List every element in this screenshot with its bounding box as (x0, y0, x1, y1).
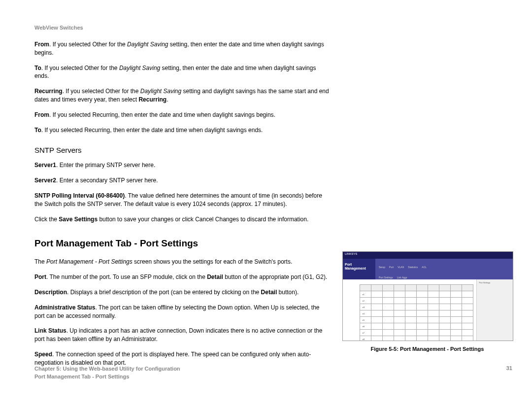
figure-tabs: SetupPortVLANStatisticsACL Port Settings… (375, 259, 513, 279)
para-port: Port. The number of the port. To use an … (34, 273, 330, 281)
figure-navbar: Port Management SetupPortVLANStatisticsA… (343, 259, 513, 279)
figure-body: e1 e2 e3 e4 e5 e6 e7 e8 Port Settings (343, 279, 513, 341)
label-recurring: Recurring (34, 88, 63, 95)
label-from: From (34, 41, 49, 48)
figure-sidebar-label: Port Management (343, 259, 375, 279)
figure-topbar: LINKSYS (343, 252, 513, 259)
para-speed: Speed. The connection speed of the port … (34, 350, 330, 367)
para-server1: Server1. Enter the primary SNTP server h… (34, 161, 330, 170)
label-from: From (34, 111, 49, 118)
page-header: WebView Switches (34, 25, 512, 31)
para-from-other: From. If you selected Other for the Dayl… (34, 40, 330, 57)
label-to: To (34, 127, 41, 134)
subheading-sntp: SNTP Servers (34, 146, 512, 154)
para-to-recurring: To. If you selected Recurring, then ente… (34, 126, 330, 135)
para-description: Description. Displays a brief descriptio… (34, 288, 330, 297)
label-link-status: Link Status (34, 327, 66, 334)
italic-daylight: Daylight Saving (127, 41, 168, 48)
para-to-other: To. If you selected Other for the Daylig… (34, 64, 330, 81)
label-admin-status: Administrative Status (34, 304, 95, 311)
italic-daylight: Daylight Saving (140, 88, 181, 95)
para-recurring: Recurring. If you selected Other for the… (34, 87, 330, 104)
label-server2: Server2 (34, 177, 56, 184)
para-save: Click the Save Settings button to save y… (34, 215, 330, 224)
para-server2: Server2. Enter a secondary SNTP server h… (34, 176, 330, 185)
para-polling: SNTP Polling Interval (60-86400). The va… (34, 192, 330, 208)
page-number: 31 (506, 365, 512, 380)
italic-daylight: Daylight Saving (119, 65, 160, 71)
figure-screenshot: LINKSYS Port Management SetupPortVLANSta… (342, 251, 513, 341)
label-speed: Speed (34, 351, 52, 358)
label-detail: Detail (207, 274, 223, 280)
label-server1: Server1 (34, 162, 56, 169)
label-polling: SNTP Polling Interval (60-86400) (34, 192, 125, 199)
para-link-status: Link Status. Up indicates a port has an … (34, 327, 330, 343)
footer-section: Port Management Tab - Port Settings (34, 373, 180, 380)
label-save-settings: Save Settings (59, 216, 98, 223)
footer-chapter: Chapter 5: Using the Web-based Utility f… (34, 365, 180, 373)
label-recurring2: Recurring (138, 96, 166, 103)
italic-port-mgmt: Port Management - Port Settings (46, 258, 133, 265)
figure-table: e1 e2 e3 e4 e5 e6 e7 e8 (360, 284, 473, 341)
label-to: To (34, 65, 41, 71)
figure-help-panel: Port Settings (476, 279, 513, 341)
label-description: Description (34, 289, 67, 296)
para-intro: The Port Management - Port Settings scre… (34, 258, 330, 266)
page-footer: Chapter 5: Using the Web-based Utility f… (34, 365, 512, 380)
figure-caption: Figure 5-5: Port Management - Port Setti… (342, 346, 512, 352)
para-admin-status: Administrative Status. The port can be t… (34, 304, 330, 320)
label-port: Port (34, 274, 46, 280)
para-from-recurring: From. If you selected Recurring, then en… (34, 111, 330, 119)
figure-area: LINKSYS Port Management SetupPortVLANSta… (342, 251, 512, 352)
heading-port-management: Port Management Tab - Port Settings (34, 238, 512, 249)
label-detail: Detail (261, 289, 277, 296)
